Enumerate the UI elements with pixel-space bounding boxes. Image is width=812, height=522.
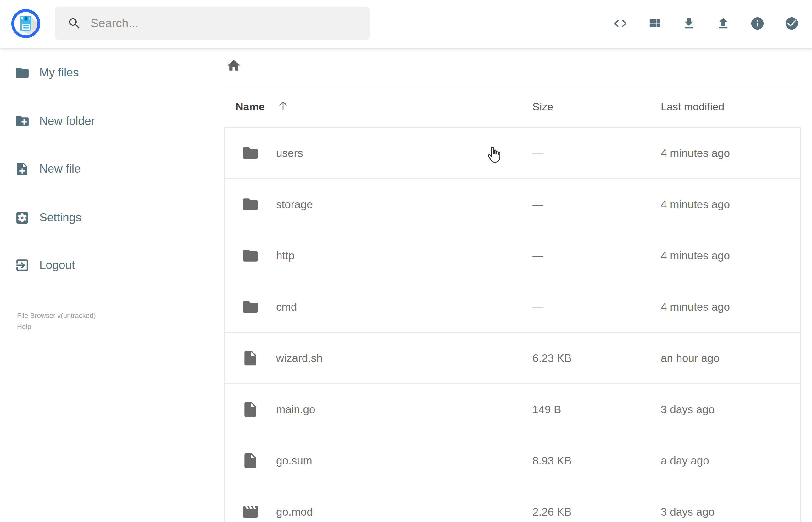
breadcrumb-home-button[interactable] — [226, 58, 242, 73]
download-button[interactable] — [682, 16, 696, 31]
item-size: 2.26 KB — [532, 506, 572, 518]
sidebar-item-logout[interactable]: Logout — [15, 257, 75, 273]
sidebar-item-new-folder[interactable]: New folder — [15, 113, 95, 129]
search-placeholder: Search... — [90, 17, 138, 30]
folder-icon — [242, 298, 259, 316]
item-name: users — [276, 147, 303, 159]
info-icon — [750, 16, 765, 31]
sidebar-item-label: New folder — [39, 115, 95, 128]
column-header-size[interactable]: Size — [532, 101, 553, 113]
settings-icon — [15, 210, 30, 225]
sidebar-item-label: Logout — [39, 259, 75, 272]
file-icon — [242, 452, 259, 469]
item-modified: 4 minutes ago — [661, 147, 730, 159]
shell-button[interactable] — [613, 16, 628, 31]
item-modified: 4 minutes ago — [661, 198, 730, 211]
sidebar-item-settings[interactable]: Settings — [15, 210, 81, 225]
column-header-name[interactable]: Name — [236, 101, 265, 113]
item-name: http — [276, 249, 295, 262]
floppy-disk-logo-icon — [11, 9, 40, 38]
app-version-text: File Browser v(untracked) — [17, 310, 96, 321]
item-modified: a day ago — [661, 455, 709, 467]
movie-icon — [242, 503, 259, 521]
item-modified: 3 days ago — [661, 506, 714, 518]
sidebar-divider — [0, 97, 199, 98]
item-size: — — [532, 249, 544, 262]
home-icon — [226, 58, 242, 73]
folder-icon — [15, 65, 30, 80]
sidebar-footer: File Browser v(untracked) Help — [17, 310, 96, 332]
app-header: Search... — [0, 0, 812, 48]
app-logo[interactable] — [11, 9, 40, 38]
file-row[interactable]: go.sum8.93 KBa day ago — [225, 435, 800, 486]
sort-ascending-indicator — [277, 99, 289, 112]
column-header-last-modified[interactable]: Last modified — [661, 101, 724, 113]
help-link[interactable]: Help — [17, 321, 96, 332]
file-icon — [242, 349, 259, 367]
file-row[interactable]: wizard.sh6.23 KBan hour ago — [225, 333, 800, 384]
code-icon — [613, 16, 628, 31]
item-name: main.go — [276, 403, 316, 416]
upload-button[interactable] — [716, 16, 731, 31]
file-row[interactable]: main.go149 B3 days ago — [225, 384, 800, 435]
folder-row[interactable]: cmd—4 minutes ago — [225, 281, 800, 333]
item-name: go.sum — [276, 455, 312, 467]
folder-icon — [242, 247, 259, 264]
item-name: go.mod — [276, 506, 313, 518]
folder-row[interactable]: http—4 minutes ago — [225, 230, 800, 281]
item-name: cmd — [276, 301, 297, 313]
sidebar-item-new-file[interactable]: New file — [15, 161, 81, 177]
sidebar-item-my-files[interactable]: My files — [15, 65, 79, 80]
folder-row[interactable]: users—4 minutes ago — [225, 128, 800, 179]
item-modified: 3 days ago — [661, 403, 714, 416]
folder-row[interactable]: storage—4 minutes ago — [225, 179, 800, 230]
folder-icon — [242, 196, 259, 213]
switch-view-button[interactable] — [647, 16, 662, 31]
item-modified: 4 minutes ago — [661, 249, 730, 262]
arrow-up-icon — [277, 99, 289, 112]
new-file-icon — [15, 161, 30, 177]
header-actions — [613, 16, 799, 31]
new-folder-icon — [15, 114, 30, 129]
check-circle-icon — [784, 16, 799, 31]
item-size: 149 B — [532, 403, 561, 416]
item-size: — — [532, 198, 544, 211]
sidebar-item-label: Settings — [39, 211, 81, 224]
item-name: storage — [276, 198, 313, 211]
search-icon — [67, 16, 81, 31]
file-icon — [242, 401, 259, 418]
item-name: wizard.sh — [276, 352, 323, 364]
sidebar-divider — [0, 194, 199, 194]
select-multiple-button[interactable] — [784, 16, 799, 31]
item-modified: an hour ago — [661, 352, 719, 364]
item-size: 6.23 KB — [532, 352, 572, 364]
upload-icon — [716, 16, 731, 31]
item-modified: 4 minutes ago — [661, 301, 730, 313]
logout-icon — [15, 258, 30, 273]
info-button[interactable] — [750, 16, 765, 31]
breadcrumb-divider — [224, 85, 801, 86]
item-size: — — [532, 301, 544, 313]
download-icon — [682, 16, 696, 31]
item-size: — — [532, 147, 544, 159]
sidebar-item-label: New file — [39, 162, 81, 176]
search-input[interactable]: Search... — [55, 6, 369, 40]
folder-icon — [242, 144, 259, 162]
file-list: users—4 minutes agostorage—4 minutes ago… — [224, 127, 801, 522]
item-size: 8.93 KB — [532, 455, 572, 467]
sidebar-item-label: My files — [39, 66, 79, 79]
grid-view-icon — [647, 16, 662, 31]
file-row[interactable]: go.mod2.26 KB3 days ago — [225, 486, 800, 522]
